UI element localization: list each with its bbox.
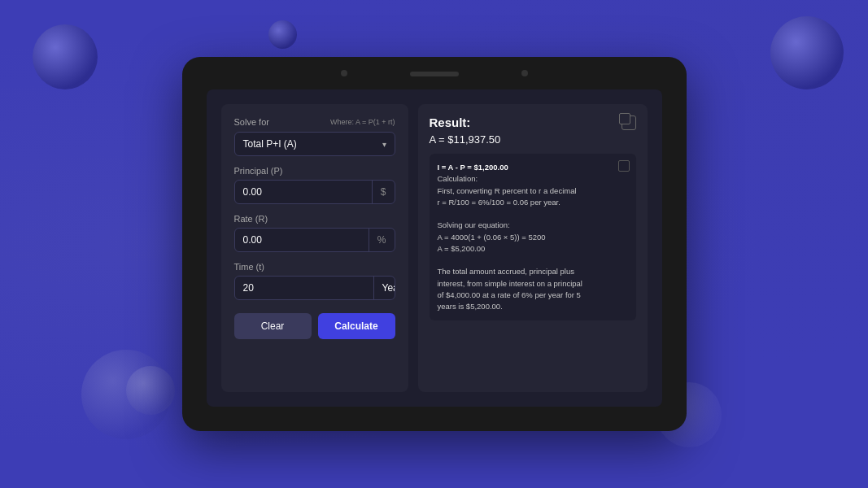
action-buttons: Clear Calculate: [234, 313, 395, 339]
principal-suffix: $: [372, 181, 395, 203]
time-label: Time (t): [234, 262, 395, 272]
sphere-decoration-5: [126, 366, 175, 415]
solve-for-value: Total P+I (A): [243, 138, 297, 150]
tablet-top-bar: [182, 57, 687, 89]
sphere-decoration-3: [770, 16, 844, 89]
principal-label: Principal (P): [234, 166, 395, 176]
result-detail-line11: interest, from simple interest on a prin…: [438, 279, 582, 288]
result-detail-text: I = A - P = $1,200.00 Calculation: First…: [438, 162, 628, 312]
rate-field-group: Rate (R) %: [234, 214, 395, 252]
tablet-screen: Solve for Where: A = P(1 + rt) Total P+I…: [207, 89, 662, 407]
rate-suffix: %: [369, 229, 395, 251]
principal-input-row: $: [234, 180, 395, 204]
tablet-speaker: [410, 72, 459, 76]
result-detail-line12: of $4,000.00 at a rate of 6% per year fo…: [438, 290, 581, 299]
time-input-row: Years ▾: [234, 276, 395, 300]
result-title: Result:: [430, 115, 471, 129]
copy-detail-button[interactable]: [618, 160, 630, 172]
result-main-value: A = $11,937.50: [430, 133, 636, 146]
calculator-panel: Solve for Where: A = P(1 + rt) Total P+I…: [221, 104, 408, 392]
solve-for-dropdown[interactable]: Total P+I (A) ▾: [234, 132, 395, 156]
copy-result-button[interactable]: [622, 115, 636, 130]
result-detail-line13: years is $5,200.00.: [438, 302, 503, 311]
result-detail-line2: Calculation:: [438, 174, 478, 183]
rate-label: Rate (R): [234, 214, 395, 224]
tablet-camera-right: [521, 70, 528, 76]
result-detail-line1: I = A - P = $1,200.00: [438, 163, 508, 172]
solve-for-header: Solve for Where: A = P(1 + rt): [234, 117, 395, 127]
principal-field-group: Principal (P) $: [234, 166, 395, 204]
calculate-button[interactable]: Calculate: [318, 313, 395, 339]
result-detail-line6: Solving our equation:: [438, 220, 510, 229]
time-input[interactable]: [235, 277, 373, 299]
tablet-camera-left: [341, 70, 347, 76]
result-detail-line10: The total amount accrued, principal plus: [438, 267, 574, 276]
solve-for-arrow-icon: ▾: [382, 140, 386, 149]
principal-input[interactable]: [235, 181, 372, 203]
tablet-frame: Solve for Where: A = P(1 + rt) Total P+I…: [182, 57, 687, 431]
rate-input[interactable]: [235, 229, 369, 251]
sphere-decoration-2: [268, 20, 297, 49]
time-field-group: Time (t) Years ▾: [234, 262, 395, 300]
result-detail-line8: A = $5,200.00: [438, 244, 486, 253]
sphere-decoration-1: [33, 24, 98, 89]
time-unit-dropdown[interactable]: Years ▾: [373, 277, 395, 299]
result-header: Result:: [430, 115, 636, 130]
result-detail-line7: A = 4000(1 + (0.06 × 5)) = 5200: [438, 233, 546, 242]
solve-for-label: Solve for: [234, 117, 269, 127]
result-detail-line4: r = R/100 = 6%/100 = 0.06 per year.: [438, 198, 560, 207]
result-detail-line3: First, converting R percent to r a decim…: [438, 186, 577, 195]
result-detail-card: I = A - P = $1,200.00 Calculation: First…: [430, 154, 636, 320]
time-unit-value: Years: [382, 282, 395, 294]
formula-label: Where: A = P(1 + rt): [330, 118, 395, 126]
result-panel: Result: A = $11,937.50 I = A - P = $1,20…: [418, 104, 648, 392]
rate-input-row: %: [234, 228, 395, 252]
clear-button[interactable]: Clear: [234, 313, 312, 339]
